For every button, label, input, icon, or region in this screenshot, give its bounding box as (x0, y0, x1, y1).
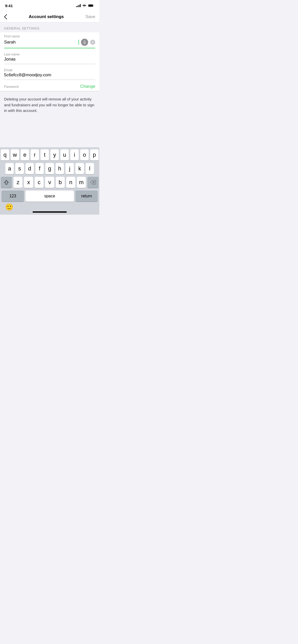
back-button[interactable] (4, 14, 7, 19)
return-key[interactable]: return (75, 191, 98, 202)
key-b[interactable]: b (56, 177, 65, 188)
last-name-label: Last name (4, 52, 95, 56)
form-area: First name Sarah ✕ Last name Jonas Email… (0, 32, 99, 91)
keyboard-row-2: a s d f g h j k l (1, 163, 99, 174)
key-h[interactable]: h (56, 163, 64, 174)
key-k[interactable]: k (75, 163, 84, 174)
key-t[interactable]: t (40, 149, 49, 160)
page-title: Account settings (29, 14, 64, 19)
email-label: Email (4, 68, 95, 72)
key-z[interactable]: z (13, 177, 22, 188)
keyboard-bottom-bar: 🙂 (0, 203, 99, 211)
key-a[interactable]: a (5, 163, 14, 174)
status-time: 9:41 (5, 4, 13, 8)
first-name-input-row[interactable]: Sarah ✕ (4, 39, 95, 48)
password-change-button[interactable]: Change (80, 84, 95, 89)
signal-icon (76, 4, 81, 7)
first-name-input[interactable]: Sarah (4, 40, 78, 45)
email-input-row[interactable]: 5c6efcc8@moodjoy.com (4, 72, 95, 80)
email-field: Email 5c6efcc8@moodjoy.com (0, 66, 99, 80)
svg-rect-2 (84, 40, 85, 43)
numbers-key[interactable]: 123 (2, 191, 24, 202)
first-name-field: First name Sarah ✕ (0, 32, 99, 48)
key-d[interactable]: d (25, 163, 34, 174)
key-f[interactable]: f (35, 163, 44, 174)
email-input[interactable]: 5c6efcc8@moodjoy.com (4, 72, 95, 78)
key-n[interactable]: n (66, 177, 75, 188)
delete-account-section: Deleting your account will remove all of… (0, 91, 99, 118)
password-label: Password (4, 85, 19, 89)
key-m[interactable]: m (77, 177, 86, 188)
password-row: Password Change (0, 82, 99, 89)
key-x[interactable]: x (24, 177, 33, 188)
first-name-label: First name (4, 34, 95, 38)
backspace-key[interactable] (87, 177, 99, 188)
delete-account-text: Deleting your account will remove all of… (4, 96, 95, 114)
keyboard-row-4: 123 space return (1, 191, 99, 202)
key-w[interactable]: w (11, 149, 19, 160)
key-o[interactable]: o (80, 149, 89, 160)
keyboard-rows: q w e r t y u i o p a s d f g h j k l (0, 147, 99, 203)
last-name-input-row[interactable]: Jonas (4, 57, 95, 64)
keyboard-row-3: z x c v b n m (1, 177, 99, 188)
clear-button[interactable]: ✕ (90, 40, 95, 45)
shift-key[interactable] (1, 177, 12, 188)
key-q[interactable]: q (1, 149, 9, 160)
microphone-button[interactable] (81, 39, 88, 46)
keyboard: q w e r t y u i o p a s d f g h j k l (0, 147, 99, 215)
home-indicator-area (0, 211, 99, 215)
key-i[interactable]: i (70, 149, 79, 160)
password-section: Password Change (0, 82, 99, 91)
svg-rect-1 (88, 5, 93, 7)
key-r[interactable]: r (31, 149, 39, 160)
key-y[interactable]: y (50, 149, 59, 160)
key-s[interactable]: s (15, 163, 24, 174)
key-v[interactable]: v (45, 177, 54, 188)
last-name-input[interactable]: Jonas (4, 57, 95, 62)
status-bar: 9:41 (0, 0, 99, 11)
battery-icon (88, 4, 94, 7)
wifi-icon (82, 4, 86, 7)
key-u[interactable]: u (60, 149, 69, 160)
space-key[interactable]: space (25, 191, 74, 202)
key-j[interactable]: j (65, 163, 74, 174)
password-input-row[interactable] (0, 89, 99, 91)
status-icons (76, 4, 94, 7)
keyboard-row-1: q w e r t y u i o p (1, 149, 99, 160)
home-indicator (33, 211, 67, 213)
key-e[interactable]: e (21, 149, 29, 160)
key-g[interactable]: g (45, 163, 54, 174)
nav-bar: Account settings Save (0, 11, 99, 22)
emoji-button[interactable]: 🙂 (4, 202, 14, 212)
key-l[interactable]: l (86, 163, 94, 174)
last-name-field: Last name Jonas (0, 50, 99, 64)
save-button[interactable]: Save (85, 14, 95, 19)
key-c[interactable]: c (35, 177, 44, 188)
text-cursor (78, 40, 79, 45)
key-p[interactable]: p (90, 149, 99, 160)
section-header: GENERAL SETTINGS (0, 22, 99, 32)
